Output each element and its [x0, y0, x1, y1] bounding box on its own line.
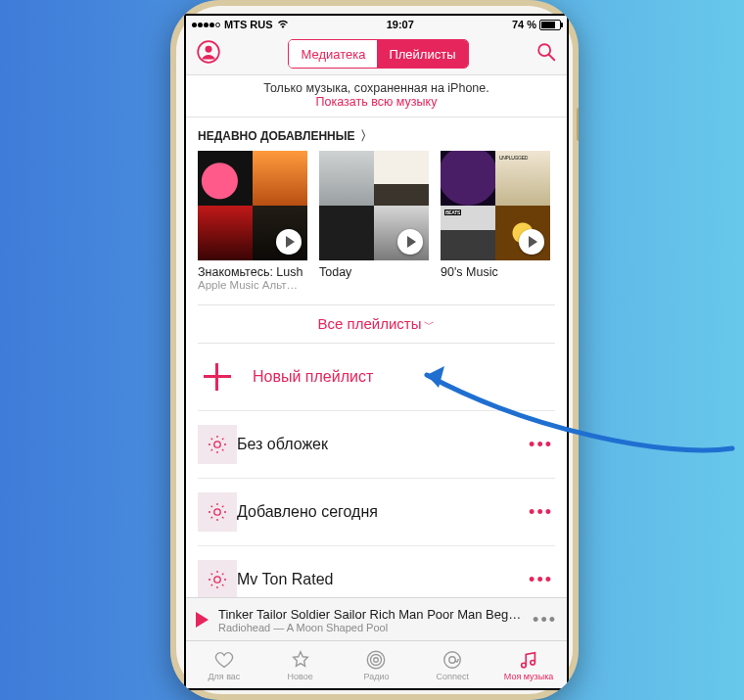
- radio-icon: [365, 649, 387, 671]
- tab-label: Для вас: [208, 672, 240, 681]
- at-icon: [442, 649, 463, 671]
- playlist-list: Новый плейлист Без обложек ••• Добавлено…: [186, 344, 567, 613]
- all-playlists-label: Все плейлисты: [318, 315, 422, 332]
- play-icon[interactable]: [397, 229, 423, 255]
- banner-text: Только музыка, сохраненная на iPhone.: [196, 81, 557, 95]
- playlist-art-placeholder: [198, 560, 237, 599]
- heart-icon: [213, 649, 235, 671]
- playlist-name: Добавлено сегодня: [237, 503, 527, 521]
- signal-strength-icon: [192, 23, 220, 27]
- tab-playlists[interactable]: Плейлисты: [377, 40, 467, 68]
- new-playlist-label: Новый плейлист: [253, 368, 555, 386]
- offline-banner: Только музыка, сохраненная на iPhone. По…: [186, 75, 567, 117]
- gear-icon: [206, 500, 229, 524]
- playlist-title: Знакомьтесь: Lush: [198, 265, 307, 279]
- status-bar: MTS RUS 19:07 74 %: [186, 16, 567, 33]
- tab-new[interactable]: Новое: [262, 641, 339, 688]
- playlist-subtitle: Apple Music Альт…: [198, 279, 307, 291]
- plus-icon: [198, 357, 237, 397]
- tab-library[interactable]: Медиатека: [289, 40, 377, 68]
- svg-point-5: [214, 509, 220, 515]
- tab-radio[interactable]: Радио: [339, 641, 415, 688]
- playlist-artwork: [198, 151, 307, 260]
- playlist-title: 90's Music: [441, 265, 550, 279]
- playlist-art-placeholder: [198, 425, 237, 464]
- svg-line-3: [549, 55, 555, 61]
- account-icon[interactable]: [196, 39, 221, 69]
- recently-added-header[interactable]: НЕДАВНО ДОБАВЛЕННЫЕ 〉: [186, 117, 567, 151]
- tab-connect[interactable]: Connect: [414, 641, 490, 688]
- now-playing-title: Tinker Tailor Soldier Sailor Rich Man Po…: [218, 607, 523, 622]
- playlist-artwork: [319, 151, 429, 260]
- svg-point-4: [214, 442, 220, 447]
- recently-added-item[interactable]: 90's Music: [441, 151, 550, 291]
- svg-point-1: [206, 46, 212, 53]
- new-playlist-row[interactable]: Новый плейлист: [198, 344, 555, 411]
- battery-icon: [539, 20, 561, 30]
- svg-point-6: [214, 577, 220, 583]
- more-icon[interactable]: •••: [527, 502, 555, 523]
- playlist-art-placeholder: [198, 492, 237, 532]
- more-icon[interactable]: •••: [533, 610, 557, 630]
- show-all-music-link[interactable]: Показать всю музыку: [196, 95, 557, 109]
- play-button-icon[interactable]: [196, 612, 209, 628]
- screen: MTS RUS 19:07 74 % Медиате: [184, 14, 569, 690]
- tab-label: Радио: [363, 672, 389, 681]
- now-playing-subtitle: Radiohead — A Moon Shaped Pool: [218, 622, 523, 633]
- clock: 19:07: [289, 19, 512, 30]
- now-playing-bar[interactable]: Tinker Tailor Soldier Sailor Rich Man Po…: [186, 597, 567, 641]
- recently-added-row[interactable]: Знакомьтесь: Lush Apple Music Альт… Toda…: [186, 151, 567, 299]
- carrier-label: MTS RUS: [224, 19, 273, 30]
- chevron-right-icon: 〉: [360, 127, 373, 145]
- wifi-icon: [277, 19, 289, 30]
- bottom-tab-bar: Для вас Новое Радио Connect Моя музыка: [186, 640, 567, 688]
- svg-point-11: [449, 656, 455, 662]
- play-icon[interactable]: [519, 229, 544, 255]
- music-icon: [518, 649, 539, 671]
- tab-for-you[interactable]: Для вас: [186, 641, 262, 688]
- tab-label: Моя музыка: [504, 672, 554, 681]
- tab-my-music[interactable]: Моя музыка: [490, 641, 567, 688]
- svg-point-8: [371, 654, 382, 665]
- recently-added-item[interactable]: Today: [319, 151, 429, 291]
- more-icon[interactable]: •••: [527, 435, 555, 455]
- tab-label: Connect: [437, 672, 470, 681]
- playlist-name: Без обложек: [237, 436, 527, 453]
- svg-point-7: [374, 657, 379, 662]
- phone-frame: MTS RUS 19:07 74 % Медиате: [170, 0, 579, 700]
- gear-icon: [206, 568, 229, 591]
- library-playlist-segment: Медиатека Плейлисты: [229, 39, 528, 69]
- playlist-row[interactable]: Добавлено сегодня •••: [198, 479, 555, 546]
- playlist-title: Today: [319, 265, 429, 279]
- tab-label: Новое: [288, 672, 313, 681]
- playlist-row[interactable]: Без обложек •••: [198, 411, 555, 479]
- chevron-down-icon: ﹀: [424, 318, 435, 330]
- recently-added-label: НЕДАВНО ДОБАВЛЕННЫЕ: [198, 129, 354, 143]
- recently-added-item[interactable]: Знакомьтесь: Lush Apple Music Альт…: [198, 151, 307, 291]
- search-icon[interactable]: [535, 41, 557, 67]
- all-playlists-dropdown[interactable]: Все плейлисты﹀: [198, 304, 555, 344]
- more-icon[interactable]: •••: [527, 570, 555, 590]
- top-nav: Медиатека Плейлисты: [186, 33, 567, 75]
- battery-percent: 74 %: [512, 19, 536, 30]
- playlist-name: Mv Ton Rated: [237, 571, 527, 588]
- play-icon[interactable]: [276, 229, 302, 255]
- phone-side-button: [577, 108, 579, 141]
- playlist-artwork: [441, 151, 550, 260]
- star-icon: [290, 649, 311, 671]
- gear-icon: [206, 433, 229, 456]
